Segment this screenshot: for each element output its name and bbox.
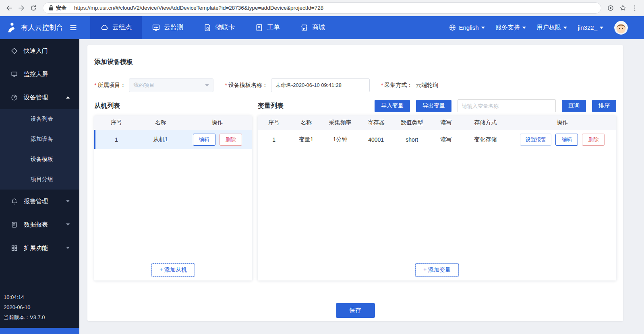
clock-date: 2020-06-10	[4, 302, 79, 312]
column-header: 操作	[509, 119, 616, 126]
delete-slave-button[interactable]: 删除	[219, 134, 242, 146]
avatar[interactable]	[614, 21, 628, 35]
sim-card-icon	[203, 23, 212, 32]
sidebar-item-extensions[interactable]: 扩展功能	[0, 236, 79, 260]
project-select-value: 我的项目	[133, 82, 154, 89]
variable-index-cell: 1	[258, 136, 290, 143]
sidebar-item-label: 快速入门	[24, 47, 48, 55]
query-button[interactable]: 查询	[562, 100, 586, 112]
sidebar-item-device-management[interactable]: 设备管理	[0, 86, 79, 109]
address-separator	[70, 5, 70, 11]
lock-icon	[49, 5, 54, 11]
sidebar-item-label: 扩展功能	[24, 244, 48, 252]
top-navbar: 有人云控制台 云组态 云监测 物联卡	[0, 16, 644, 39]
app-shell: 快速入门 监控大屏 设备管理 设备列表 添加设备	[0, 39, 644, 334]
user-dropdown[interactable]: jin322_	[578, 24, 603, 31]
nav-item-label: 工单	[267, 23, 280, 32]
sidebar-item-alarm-management[interactable]: 报警管理	[0, 190, 79, 213]
variable-register-cell: 40001	[358, 136, 394, 143]
column-header: 名称	[290, 119, 322, 126]
url-text: https://mp.usr.cn/#/cloudV2/device/ViewA…	[74, 5, 323, 11]
sidebar-subitem-label: 设备模板	[31, 156, 53, 163]
slave-name-cell: 从机1	[139, 136, 183, 143]
nav-item-label: 商城	[312, 23, 325, 32]
browser-forward-icon[interactable]	[15, 2, 27, 14]
chevron-down-icon	[66, 223, 70, 226]
variable-table-row[interactable]: 1 变量1 1分钟 40001 short 读写 变化存储 设置报警 编辑 删除	[258, 130, 616, 149]
add-slave-button[interactable]: + 添加从机	[151, 263, 195, 277]
column-header: 序号	[258, 119, 290, 126]
sidebar-subitem-label: 添加设备	[31, 136, 53, 143]
nav-item-iot-card[interactable]: 物联卡	[193, 16, 245, 39]
sidebar-item-quick-start[interactable]: 快速入门	[0, 39, 79, 62]
brand-title: 有人云控制台	[21, 23, 63, 32]
set-alarm-button[interactable]: 设置报警	[520, 134, 551, 146]
nav-item-label: 云组态	[112, 23, 132, 32]
required-marker: *	[94, 82, 96, 89]
add-variable-button[interactable]: + 添加变量	[415, 263, 459, 277]
sidebar-item-data-report[interactable]: 数据报表	[0, 213, 79, 236]
quick-start-icon	[11, 47, 18, 54]
browser-refresh-icon[interactable]	[27, 2, 39, 14]
export-variable-button[interactable]: 导出变量	[416, 100, 451, 112]
sidebar-item-label: 设备管理	[24, 94, 48, 101]
nav-item-work-order[interactable]: 工单	[245, 16, 290, 39]
sidebar-subitem-project-group[interactable]: 项目分组	[0, 169, 79, 190]
sort-button[interactable]: 排序	[592, 100, 616, 112]
username-label: jin322_	[578, 24, 597, 31]
sidebar-subitem-device-template[interactable]: 设备模板	[0, 149, 79, 169]
import-variable-button[interactable]: 导入变量	[375, 100, 410, 112]
sidebar: 快速入门 监控大屏 设备管理 设备列表 添加设备	[0, 39, 79, 334]
chevron-down-icon	[66, 200, 70, 202]
clock-time: 10:04:14	[4, 292, 79, 302]
template-name-input[interactable]	[271, 78, 370, 92]
sidebar-subitem-add-device[interactable]: 添加设备	[0, 129, 79, 149]
permission-dropdown[interactable]: 用户权限	[537, 24, 567, 31]
monitor-chart-icon	[152, 23, 160, 32]
edit-variable-button[interactable]: 编辑	[555, 134, 578, 146]
device-gauge-icon	[11, 94, 18, 101]
browser-menu-icon[interactable]	[629, 2, 641, 14]
browser-address-bar[interactable]: 安全 https://mp.usr.cn/#/cloudV2/device/Vi…	[43, 2, 601, 14]
save-row: 保存	[94, 303, 616, 318]
sidebar-item-monitor-screen[interactable]: 监控大屏	[0, 62, 79, 86]
browser-back-icon[interactable]	[3, 2, 15, 14]
variable-toolbar: 导入变量 导出变量 查询 排序	[375, 99, 616, 112]
menu-collapse-icon[interactable]	[69, 24, 77, 32]
variable-actions-cell: 设置报警 编辑 删除	[509, 134, 616, 146]
nav-item-cloud-monitor[interactable]: 云监测	[142, 16, 193, 39]
shop-icon	[300, 23, 309, 32]
permission-label: 用户权限	[537, 24, 561, 31]
project-select[interactable]: 我的项目	[129, 78, 213, 92]
slave-list-panel: 序号 名称 操作 1 从机1 编辑 删除 + 添加从机	[94, 115, 252, 280]
nav-item-mall[interactable]: 商城	[290, 16, 335, 39]
support-dropdown[interactable]: 服务支持	[496, 24, 526, 31]
page-title: 添加设备模板	[94, 45, 616, 66]
bookmark-star-icon[interactable]	[617, 2, 629, 14]
required-marker: *	[225, 82, 227, 89]
chevron-down-icon	[66, 247, 70, 249]
sidebar-item-label: 监控大屏	[24, 70, 48, 78]
site-info-icon[interactable]	[605, 2, 617, 14]
chevron-down-icon	[205, 84, 209, 87]
delete-variable-button[interactable]: 删除	[582, 134, 605, 146]
usr-logo-icon	[5, 22, 17, 34]
column-header: 存储方式	[462, 119, 509, 126]
nav-item-cloud-scada[interactable]: 云组态	[90, 16, 142, 39]
language-label: English	[459, 24, 478, 31]
version-label: 当前版本：V3.7.0	[4, 312, 79, 322]
report-icon	[11, 221, 18, 228]
required-marker: *	[381, 82, 383, 89]
slave-table-row[interactable]: 1 从机1 编辑 删除	[94, 130, 252, 149]
edit-slave-button[interactable]: 编辑	[193, 134, 215, 146]
big-screen-icon	[11, 71, 18, 78]
content-card: 添加设备模板 * 所属项目： 我的项目 * 设备模板名称： * 采集方式： 云端…	[87, 45, 623, 321]
language-dropdown[interactable]: English	[449, 24, 485, 31]
collect-mode-value: 云端轮询	[416, 82, 438, 89]
save-button[interactable]: 保存	[336, 303, 375, 318]
variable-rw-cell: 读写	[430, 136, 462, 143]
sidebar-subitem-device-list[interactable]: 设备列表	[0, 109, 79, 129]
column-header: 采集频率	[322, 119, 358, 126]
column-header: 读写	[430, 119, 462, 126]
variable-search-input[interactable]	[458, 99, 556, 112]
